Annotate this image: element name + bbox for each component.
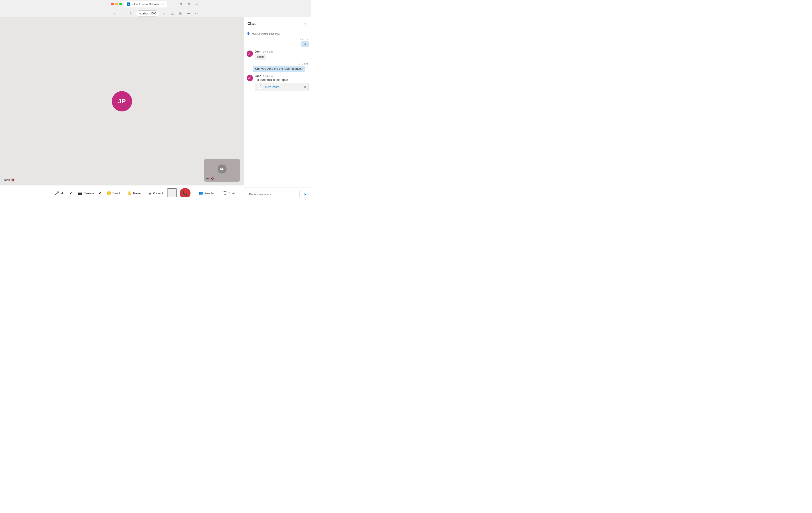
msg2-header: John 1:43 p.m.	[255, 50, 309, 53]
mini-initials: AU	[220, 167, 224, 171]
msg1-bubble: Hi	[301, 41, 309, 47]
mic-control-group: 🎤 Mic ∨	[51, 188, 74, 197]
chat-tab[interactable]: 💬 Chat	[218, 189, 239, 197]
msg2-bubble: Hello	[255, 54, 266, 60]
raise-label: Raise	[133, 191, 141, 195]
address-text: localhost:3000	[139, 12, 156, 15]
address-bar-row: ‹ › ↻ localhost:3000 ☆ 📖 ⊟ ⋯ ▭	[109, 10, 202, 17]
mini-muted-icon: 🔇	[211, 177, 214, 180]
mic-chevron[interactable]: ∨	[68, 188, 74, 197]
msg3-check-icon: ✓	[306, 66, 309, 70]
dot-green[interactable]	[119, 3, 122, 5]
file-name: Lorem ipsum...	[263, 85, 302, 89]
camera-button[interactable]: 📷 Camera	[75, 188, 97, 197]
mic-label: Mic	[60, 191, 65, 195]
msg2-sender: John	[255, 50, 261, 53]
participant-label: John 🔇	[4, 178, 14, 182]
msg1-time: 1:42 p.m.	[298, 38, 309, 41]
browser-star[interactable]: ☆	[161, 10, 167, 17]
chat-tab-label: Chat	[229, 191, 235, 195]
mic-icon: 🎤	[55, 191, 59, 195]
react-label: React	[113, 191, 120, 195]
end-call-button[interactable]: 📞	[180, 188, 191, 197]
chat-close-button[interactable]: ×	[302, 21, 308, 26]
file-open-icon[interactable]: ⧉	[304, 85, 306, 89]
dot-red[interactable]	[111, 3, 114, 5]
tab-close-icon[interactable]: ×	[162, 3, 164, 5]
browser-action-minimize[interactable]: ⊡	[178, 1, 184, 7]
message-other-4: JP John 1:44 p.m. For sure, this is the …	[246, 75, 309, 91]
browser-split[interactable]: ⊟	[177, 10, 183, 17]
mic-chevron-icon: ∨	[69, 191, 72, 195]
mini-avatar: AU	[218, 164, 227, 173]
nav-forward[interactable]: ›	[120, 10, 126, 17]
browser-close-btn[interactable]: ▭	[194, 10, 200, 17]
mic-button[interactable]: 🎤 Mic	[51, 188, 68, 197]
people-label: People	[204, 191, 213, 195]
msg3-bubble: Can you send me the report please? ✓	[253, 66, 309, 72]
msg4-avatar: JP	[246, 75, 253, 81]
app-container: JP John 🔇 AU You 🔇	[0, 17, 311, 197]
camera-chevron[interactable]: ∨	[97, 188, 103, 197]
browser-dots	[111, 3, 122, 5]
address-bar[interactable]: localhost:3000	[136, 10, 159, 17]
browser-chrome: ● call - UI Library Call With... × + ⊡ ⊞…	[0, 0, 311, 17]
participant-muted-icon: 🔇	[11, 179, 14, 182]
raise-icon: ✋	[127, 191, 132, 195]
msg4-time: 1:44 p.m.	[263, 75, 273, 77]
call-area: JP John 🔇 AU You 🔇	[0, 17, 244, 197]
chat-title: Chat	[248, 22, 256, 26]
browser-action-close[interactable]: ×	[194, 1, 200, 7]
present-button[interactable]: 🖥 Present	[145, 188, 166, 197]
send-icon: ➤	[303, 192, 307, 196]
camera-chevron-icon: ∨	[98, 191, 101, 195]
mini-label: You 🔇	[206, 177, 214, 180]
system-icon: 👤	[246, 32, 250, 35]
more-button[interactable]: ...	[167, 188, 177, 197]
nav-back[interactable]: ‹	[112, 10, 118, 17]
msg2-time: 1:43 p.m.	[263, 50, 273, 53]
present-label: Present	[153, 191, 163, 195]
file-doc-icon: 📄	[257, 85, 262, 89]
main-participant-initials: JP	[118, 98, 125, 105]
msg4-sender: John	[255, 75, 261, 78]
system-message: 👤 ACS User joined the chat.	[246, 32, 309, 35]
chat-input-area: ➤	[244, 187, 311, 197]
chat-panel: Chat × 👤 ACS User joined the chat. 1:42 …	[244, 17, 311, 197]
people-tab[interactable]: 👥 People	[194, 189, 218, 197]
msg4-content: John 1:44 p.m. For sure, this is the rep…	[255, 75, 309, 91]
main-participant-avatar: JP	[112, 91, 132, 111]
message-other-2: JP John 1:43 p.m. Hello	[246, 50, 309, 60]
people-icon: 👥	[199, 191, 203, 195]
system-message-text: ACS User joined the chat.	[252, 32, 280, 35]
chat-close-icon: ×	[304, 22, 306, 26]
send-button[interactable]: ➤	[301, 191, 309, 197]
end-call-icon: 📞	[182, 191, 187, 196]
new-tab-button[interactable]: +	[169, 1, 174, 7]
camera-label: Camera	[83, 191, 94, 195]
more-icon: ...	[170, 191, 173, 195]
msg2-content: John 1:43 p.m. Hello	[255, 50, 309, 60]
browser-tab[interactable]: ● call - UI Library Call With... ×	[124, 1, 167, 7]
browser-action-expand[interactable]: ⊞	[186, 1, 192, 7]
raise-button[interactable]: ✋ Raise	[124, 188, 144, 197]
msg4-text: For sure, this is the report	[255, 78, 309, 81]
browser-reading[interactable]: 📖	[169, 10, 175, 17]
dot-yellow[interactable]	[115, 3, 118, 5]
msg3-text-bubble: Can you send me the report please?	[253, 66, 305, 72]
controls-bar: 🎤 Mic ∨ 📷 Camera ∨ 😊 Rea	[0, 185, 244, 197]
chat-input[interactable]	[246, 190, 299, 197]
call-main: JP John 🔇 AU You 🔇	[0, 17, 244, 185]
chat-header: Chat ×	[244, 17, 311, 29]
camera-icon: 📷	[78, 191, 82, 195]
msg2-avatar: JP	[246, 51, 253, 57]
nav-reload[interactable]: ↻	[128, 10, 134, 17]
mini-name: You	[206, 177, 210, 180]
react-button[interactable]: 😊 React	[104, 188, 123, 197]
browser-more[interactable]: ⋯	[185, 10, 192, 17]
chat-tab-icon: 💬	[223, 191, 227, 195]
tab-title: call - UI Library Call With...	[132, 3, 161, 5]
file-attachment[interactable]: 📄 Lorem ipsum... ⧉	[255, 83, 309, 91]
tab-favicon: ●	[127, 2, 130, 6]
message-self-1: 1:42 p.m. Hi	[246, 38, 309, 47]
